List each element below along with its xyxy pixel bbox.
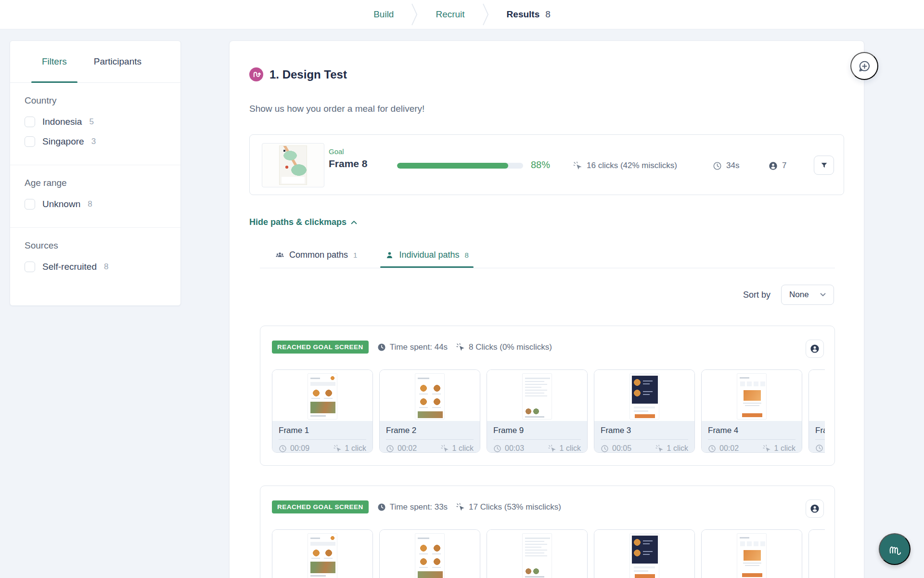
frame-tile[interactable]: Frame 4 00:02 1 click: [701, 369, 802, 453]
add-comment-button[interactable]: [850, 52, 878, 80]
view-participant-button[interactable]: [806, 340, 824, 358]
filter-option-self-recruited[interactable]: Self-recruited 8: [25, 257, 166, 276]
frame-thumbnail: [594, 370, 694, 421]
hide-paths-toggle[interactable]: Hide paths & clickmaps: [249, 217, 357, 227]
person-icon: [385, 251, 394, 260]
frame-thumbnail: [272, 370, 372, 421]
clock-icon: [377, 503, 386, 512]
clicks-stat: 17 Clicks (53% misclicks): [456, 502, 561, 512]
filter-option-count: 8: [88, 199, 92, 209]
checkbox[interactable]: [25, 136, 35, 147]
frame-clicks: 1 click: [548, 444, 581, 453]
frame-tile[interactable]: [272, 529, 373, 578]
goal-label: Goal: [329, 147, 344, 156]
goal-clicks-value: 16 clicks (42% misclicks): [587, 161, 677, 171]
frame-thumbnail: [702, 370, 802, 421]
app-screen-thumbnail: [737, 373, 767, 420]
participant-icon: [769, 161, 778, 171]
sort-dropdown-value: None: [789, 290, 809, 300]
frame-time: [815, 444, 825, 452]
tab-common-paths[interactable]: Common paths 1: [270, 242, 362, 268]
app-screen-thumbnail: [308, 533, 337, 578]
filter-button[interactable]: [814, 156, 834, 175]
breadcrumb-step-recruit[interactable]: Recruit: [436, 9, 464, 20]
filter-option-label: Unknown: [42, 199, 80, 210]
tab-individual-paths[interactable]: Individual paths 8: [380, 242, 473, 268]
frame-tile[interactable]: Fra: [808, 369, 825, 453]
filter-section-title: Age range: [25, 178, 166, 188]
filter-option-label: Singapore: [42, 136, 84, 147]
frame-thumbnail: [702, 530, 802, 578]
frame-thumbnail: [809, 370, 825, 421]
frame-thumbnail: [594, 530, 694, 578]
filter-option-singapore[interactable]: Singapore 3: [25, 131, 166, 151]
goal-participants-value: 7: [782, 161, 786, 171]
clock-icon: [386, 445, 394, 453]
filter-option-label: Indonesia: [42, 117, 82, 127]
frame-tile[interactable]: [808, 529, 825, 578]
map-screen-thumbnail: [279, 145, 307, 185]
filter-section-sources: Sources Self-recruited 8: [10, 228, 180, 290]
goal-progress-fill: [397, 163, 508, 169]
status-badge: REACHED GOAL SCREEN: [272, 500, 369, 513]
clicks-stat: 8 Clicks (0% misclicks): [456, 342, 552, 352]
frame-tile[interactable]: Frame 2 00:02 1 click: [379, 369, 480, 453]
filters-sidebar: Filters Participants Country Indonesia 5…: [10, 40, 181, 306]
tab-count: 1: [353, 251, 357, 259]
checkbox[interactable]: [25, 199, 35, 210]
clock-icon: [377, 343, 386, 352]
frame-tile[interactable]: [701, 529, 802, 578]
cursor-click-icon: [573, 161, 582, 171]
cursor-click-icon: [456, 343, 465, 352]
app-screen-thumbnail: [737, 533, 767, 578]
breadcrumb-step-results[interactable]: Results 8: [507, 9, 551, 20]
breadcrumb-step-build[interactable]: Build: [373, 9, 394, 20]
frame-tile[interactable]: Frame 1 00:09 1 click: [272, 369, 373, 453]
filter-option-label: Self-recruited: [42, 262, 97, 272]
cursor-click-icon: [548, 445, 556, 453]
frame-time: 00:09: [279, 444, 309, 453]
filter-section-age-range: Age range Unknown 8: [10, 165, 180, 228]
app-screen-thumbnail: [522, 533, 552, 578]
tab-filters[interactable]: Filters: [41, 41, 68, 82]
checkbox[interactable]: [25, 117, 35, 127]
frame-thumbnail: [380, 370, 480, 421]
frame-tile[interactable]: Frame 9 00:03 1 click: [487, 369, 588, 453]
maze-widget-button[interactable]: [879, 533, 911, 565]
filter-option-count: 8: [104, 262, 108, 272]
frame-thumbnail: [487, 370, 587, 421]
mission-description: Show us how you order a meal for deliver…: [249, 104, 424, 114]
tab-label: Individual paths: [399, 250, 459, 260]
filter-option-count: 5: [89, 117, 93, 127]
frame-tile[interactable]: [594, 529, 695, 578]
goal-clicks-stat: 16 clicks (42% misclicks): [573, 161, 677, 171]
sidebar-tabs: Filters Participants: [10, 41, 180, 83]
frame-tile[interactable]: Frame 3 00:05 1 click: [594, 369, 695, 453]
cursor-click-icon: [763, 445, 771, 453]
clock-icon: [279, 445, 287, 453]
mission-title: 1. Design Test: [270, 68, 347, 81]
frame-thumbnail: [487, 530, 587, 578]
frame-path-row: Frame 1 00:09 1 click Frame 2 00:02 1 cl…: [272, 369, 825, 456]
tab-participants[interactable]: Participants: [93, 41, 142, 82]
frame-label: Frame 2: [386, 426, 474, 435]
frame-thumbnail: [380, 530, 480, 578]
frame-thumbnail: [272, 530, 372, 578]
goal-frame-thumbnail[interactable]: [262, 143, 324, 187]
frame-tile[interactable]: [379, 529, 480, 578]
status-badge: REACHED GOAL SCREEN: [272, 341, 369, 354]
frame-time: 00:03: [493, 444, 524, 453]
app-screen-thumbnail: [415, 533, 445, 578]
maze-logo-icon: [885, 539, 904, 559]
paths-tabs: Common paths 1 Individual paths 8: [260, 242, 835, 268]
frame-time: 00:02: [386, 444, 417, 453]
frame-tile[interactable]: [487, 529, 588, 578]
checkbox[interactable]: [25, 262, 35, 272]
sort-dropdown[interactable]: None: [781, 285, 834, 305]
frame-thumbnail: [809, 530, 825, 578]
filter-option-unknown[interactable]: Unknown 8: [25, 194, 166, 214]
view-participant-button[interactable]: [806, 499, 824, 518]
time-spent-stat: Time spent: 33s: [377, 502, 448, 512]
filter-option-indonesia[interactable]: Indonesia 5: [25, 112, 166, 131]
frame-label: Frame 4: [708, 426, 796, 435]
